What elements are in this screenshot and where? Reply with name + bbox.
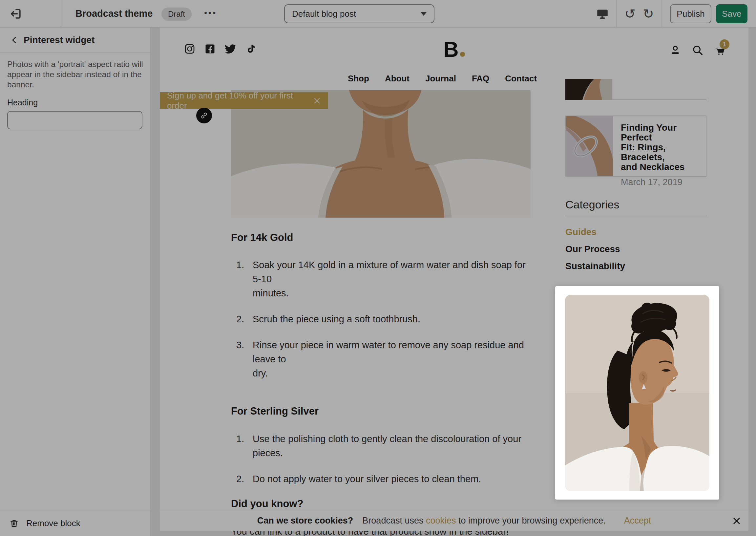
trash-icon [9, 518, 19, 528]
pinterest-widget-block-selected[interactable] [555, 286, 719, 500]
block-settings-panel: Pinterest widget Photos with a 'portrait… [0, 28, 151, 536]
theme-name: Broadcast theme [76, 0, 153, 27]
link-icon [200, 111, 209, 120]
gold-steps-list: Soak your 14K gold in a mixture of warm … [231, 258, 531, 381]
section-heading-sterling-silver: For Sterling Silver [231, 405, 531, 417]
article-body: For 14k Gold Soak your 14K gold in a mix… [231, 226, 531, 536]
previous-post-card-cropped[interactable] [565, 79, 707, 100]
nav-shop[interactable]: Shop [348, 74, 369, 84]
undo-button[interactable]: ↺ [622, 6, 638, 22]
topbar-divider [616, 0, 617, 27]
nav-about[interactable]: About [385, 74, 410, 84]
nav-journal[interactable]: Journal [425, 74, 456, 84]
chevron-left-icon [10, 36, 19, 44]
silver-steps-list: Use the polishing cloth to gently clean … [231, 432, 531, 486]
device-preview-button[interactable] [595, 6, 610, 22]
draft-status-badge: Draft [161, 8, 192, 21]
redo-icon: ↻ [643, 6, 654, 22]
block-description: Photos with a 'portrait' aspect ratio wi… [7, 59, 145, 89]
cookie-accept-button[interactable]: Accept [624, 516, 651, 526]
cookie-message-text: to improve your browsing experience. [456, 516, 606, 525]
related-post-date: March 17, 2019 [621, 177, 706, 187]
redo-button[interactable]: ↻ [641, 6, 656, 22]
nav-faq[interactable]: FAQ [472, 74, 489, 84]
theme-editor: Broadcast theme Draft ••• Default blog p… [0, 0, 756, 536]
panel-title: Pinterest widget [24, 35, 94, 45]
related-post-thumbnail [566, 116, 613, 176]
cookie-close-icon[interactable] [732, 516, 741, 525]
heading-field-label: Heading [7, 98, 38, 107]
cart-count-badge: 1 [720, 39, 729, 49]
promo-banner-text: Sign up and get 10% off your first order [167, 90, 313, 111]
nav-contact[interactable]: Contact [505, 74, 537, 84]
image-link-button[interactable] [196, 108, 212, 123]
list-item: Do not apply water to your silver pieces… [231, 472, 531, 486]
exit-editor-button[interactable] [9, 7, 23, 21]
section-heading-did-you-know: Did you know? [231, 498, 531, 510]
undo-icon: ↺ [624, 6, 636, 22]
chevron-down-icon [421, 12, 426, 16]
categories-divider [565, 216, 707, 216]
categories-heading: Categories [565, 198, 707, 211]
cookie-banner: Can we store cookies? Broadcast uses coo… [160, 510, 748, 531]
pinterest-widget-portrait-image [565, 295, 709, 491]
related-post-title: Finding Your Perfect Fit: Rings, Bracele… [621, 123, 706, 172]
previous-post-thumbnail [565, 79, 612, 100]
banner-close-icon[interactable] [313, 97, 321, 105]
remove-block-label: Remove block [26, 518, 80, 528]
cookie-message: Broadcast uses cookies to improve your b… [362, 516, 605, 526]
blog-sidebar: Finding Your Perfect Fit: Rings, Bracele… [565, 79, 707, 271]
exit-icon [9, 7, 22, 20]
publish-button[interactable]: Publish [670, 4, 711, 23]
back-button[interactable] [8, 33, 21, 47]
page-selector-dropdown[interactable]: Default blog post [284, 4, 434, 23]
more-options-button[interactable]: ••• [204, 0, 217, 26]
topbar-divider [61, 0, 61, 27]
logo-letter: B [443, 38, 459, 61]
cookies-policy-link[interactable]: cookies [426, 516, 456, 525]
editor-topbar: Broadcast theme Draft ••• Default blog p… [0, 0, 756, 28]
logo-dot [460, 52, 465, 57]
desktop-icon [596, 7, 609, 21]
header-actions: 1 [669, 44, 726, 56]
shop-logo[interactable]: B [160, 37, 748, 62]
category-our-process[interactable]: Our Process [565, 244, 707, 254]
list-item: Soak your 14K gold in a mixture of warm … [231, 258, 531, 300]
account-icon[interactable] [669, 44, 681, 56]
remove-block-button[interactable]: Remove block [0, 510, 150, 536]
heading-input[interactable] [7, 111, 142, 129]
list-item: Scrub the piece using a soft toothbrush. [231, 312, 531, 326]
search-icon[interactable] [691, 44, 704, 56]
related-post-card[interactable]: Finding Your Perfect Fit: Rings, Bracele… [565, 116, 707, 177]
page-selector-value: Default blog post [292, 9, 421, 19]
section-heading-14k-gold: For 14k Gold [231, 232, 531, 244]
category-guides[interactable]: Guides [565, 227, 707, 237]
related-post-body: Finding Your Perfect Fit: Rings, Bracele… [613, 116, 706, 176]
topbar-divider [662, 0, 662, 27]
category-sustainability[interactable]: Sustainability [565, 261, 707, 271]
cookie-question: Can we store cookies? [257, 516, 353, 526]
list-item: Rinse your piece in warm water to remove… [231, 338, 531, 381]
panel-header: Pinterest widget [0, 28, 150, 53]
cookie-message-text: Broadcast uses [362, 516, 426, 525]
promo-banner: Sign up and get 10% off your first order [160, 92, 328, 109]
save-button[interactable]: Save [716, 4, 747, 23]
list-item: Use the polishing cloth to gently clean … [231, 432, 531, 460]
cart-icon[interactable]: 1 [714, 44, 726, 56]
